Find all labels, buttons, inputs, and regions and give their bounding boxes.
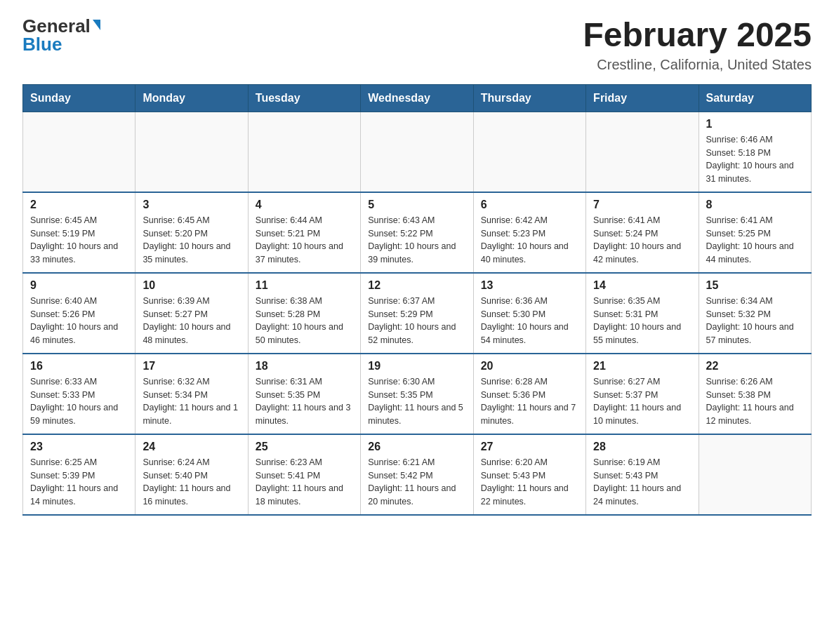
day-info: Sunrise: 6:34 AM Sunset: 5:32 PM Dayligh… xyxy=(706,295,804,347)
calendar-day-header: Tuesday xyxy=(248,84,360,112)
day-info: Sunrise: 6:27 AM Sunset: 5:37 PM Dayligh… xyxy=(593,375,691,428)
calendar-cell: 13Sunrise: 6:36 AM Sunset: 5:30 PM Dayli… xyxy=(473,273,585,354)
calendar-cell: 24Sunrise: 6:24 AM Sunset: 5:40 PM Dayli… xyxy=(135,434,248,515)
day-info: Sunrise: 6:26 AM Sunset: 5:38 PM Dayligh… xyxy=(706,375,804,428)
calendar-cell: 2Sunrise: 6:45 AM Sunset: 5:19 PM Daylig… xyxy=(23,192,135,273)
logo-triangle-icon xyxy=(93,20,100,30)
day-number: 21 xyxy=(593,360,691,373)
title-block: February 2025 Crestline, California, Uni… xyxy=(583,17,812,73)
day-number: 13 xyxy=(481,279,578,292)
calendar-cell: 1Sunrise: 6:46 AM Sunset: 5:18 PM Daylig… xyxy=(699,112,811,192)
calendar-cell: 19Sunrise: 6:30 AM Sunset: 5:35 PM Dayli… xyxy=(361,354,473,434)
calendar-cell xyxy=(473,112,585,192)
calendar-week-row: 16Sunrise: 6:33 AM Sunset: 5:33 PM Dayli… xyxy=(23,354,812,434)
calendar-cell: 6Sunrise: 6:42 AM Sunset: 5:23 PM Daylig… xyxy=(473,192,585,273)
calendar-cell: 17Sunrise: 6:32 AM Sunset: 5:34 PM Dayli… xyxy=(135,354,248,434)
calendar-cell: 11Sunrise: 6:38 AM Sunset: 5:28 PM Dayli… xyxy=(248,273,360,354)
calendar-cell xyxy=(248,112,360,192)
day-number: 9 xyxy=(30,279,128,292)
calendar-header-row: SundayMondayTuesdayWednesdayThursdayFrid… xyxy=(23,84,812,112)
day-number: 8 xyxy=(706,199,804,211)
calendar-cell xyxy=(361,112,473,192)
day-info: Sunrise: 6:40 AM Sunset: 5:26 PM Dayligh… xyxy=(30,295,128,347)
day-number: 14 xyxy=(593,279,691,292)
calendar-cell: 4Sunrise: 6:44 AM Sunset: 5:21 PM Daylig… xyxy=(248,192,360,273)
calendar-day-header: Monday xyxy=(135,84,248,112)
day-number: 12 xyxy=(368,279,465,292)
day-info: Sunrise: 6:45 AM Sunset: 5:19 PM Dayligh… xyxy=(30,214,128,267)
calendar-day-header: Thursday xyxy=(473,84,585,112)
day-number: 22 xyxy=(706,360,804,373)
day-info: Sunrise: 6:44 AM Sunset: 5:21 PM Dayligh… xyxy=(256,214,353,267)
calendar-cell: 28Sunrise: 6:19 AM Sunset: 5:43 PM Dayli… xyxy=(586,434,699,515)
day-info: Sunrise: 6:28 AM Sunset: 5:36 PM Dayligh… xyxy=(481,375,578,428)
day-info: Sunrise: 6:41 AM Sunset: 5:24 PM Dayligh… xyxy=(593,214,691,267)
calendar-cell: 3Sunrise: 6:45 AM Sunset: 5:20 PM Daylig… xyxy=(135,192,248,273)
day-info: Sunrise: 6:37 AM Sunset: 5:29 PM Dayligh… xyxy=(368,295,465,347)
day-number: 17 xyxy=(143,360,240,373)
day-info: Sunrise: 6:21 AM Sunset: 5:42 PM Dayligh… xyxy=(368,456,465,509)
day-number: 24 xyxy=(143,441,240,453)
day-info: Sunrise: 6:33 AM Sunset: 5:33 PM Dayligh… xyxy=(30,375,128,428)
calendar-cell: 15Sunrise: 6:34 AM Sunset: 5:32 PM Dayli… xyxy=(699,273,811,354)
day-info: Sunrise: 6:32 AM Sunset: 5:34 PM Dayligh… xyxy=(143,375,240,428)
calendar-week-row: 1Sunrise: 6:46 AM Sunset: 5:18 PM Daylig… xyxy=(23,112,812,192)
calendar-cell xyxy=(699,434,811,515)
day-info: Sunrise: 6:20 AM Sunset: 5:43 PM Dayligh… xyxy=(481,456,578,509)
logo-general: General xyxy=(22,17,91,35)
calendar-cell: 20Sunrise: 6:28 AM Sunset: 5:36 PM Dayli… xyxy=(473,354,585,434)
day-number: 18 xyxy=(256,360,353,373)
calendar-day-header: Wednesday xyxy=(361,84,473,112)
calendar-cell: 5Sunrise: 6:43 AM Sunset: 5:22 PM Daylig… xyxy=(361,192,473,273)
calendar-header: SundayMondayTuesdayWednesdayThursdayFrid… xyxy=(23,84,812,112)
calendar-week-row: 23Sunrise: 6:25 AM Sunset: 5:39 PM Dayli… xyxy=(23,434,812,515)
calendar-day-header: Sunday xyxy=(23,84,135,112)
calendar-cell: 10Sunrise: 6:39 AM Sunset: 5:27 PM Dayli… xyxy=(135,273,248,354)
calendar-week-row: 9Sunrise: 6:40 AM Sunset: 5:26 PM Daylig… xyxy=(23,273,812,354)
calendar-cell xyxy=(23,112,135,192)
day-info: Sunrise: 6:35 AM Sunset: 5:31 PM Dayligh… xyxy=(593,295,691,347)
day-info: Sunrise: 6:46 AM Sunset: 5:18 PM Dayligh… xyxy=(706,133,804,186)
day-number: 7 xyxy=(593,199,691,211)
calendar-cell: 8Sunrise: 6:41 AM Sunset: 5:25 PM Daylig… xyxy=(699,192,811,273)
calendar-cell: 7Sunrise: 6:41 AM Sunset: 5:24 PM Daylig… xyxy=(586,192,699,273)
page-subtitle: Crestline, California, United States xyxy=(583,57,812,73)
day-number: 16 xyxy=(30,360,128,373)
calendar-table: SundayMondayTuesdayWednesdayThursdayFrid… xyxy=(22,84,812,516)
day-number: 5 xyxy=(368,199,465,211)
day-number: 10 xyxy=(143,279,240,292)
calendar-body: 1Sunrise: 6:46 AM Sunset: 5:18 PM Daylig… xyxy=(23,112,812,515)
day-number: 4 xyxy=(256,199,353,211)
calendar-cell: 14Sunrise: 6:35 AM Sunset: 5:31 PM Dayli… xyxy=(586,273,699,354)
day-info: Sunrise: 6:42 AM Sunset: 5:23 PM Dayligh… xyxy=(481,214,578,267)
calendar-week-row: 2Sunrise: 6:45 AM Sunset: 5:19 PM Daylig… xyxy=(23,192,812,273)
day-info: Sunrise: 6:43 AM Sunset: 5:22 PM Dayligh… xyxy=(368,214,465,267)
day-info: Sunrise: 6:38 AM Sunset: 5:28 PM Dayligh… xyxy=(256,295,353,347)
day-info: Sunrise: 6:30 AM Sunset: 5:35 PM Dayligh… xyxy=(368,375,465,428)
day-info: Sunrise: 6:31 AM Sunset: 5:35 PM Dayligh… xyxy=(256,375,353,428)
day-number: 26 xyxy=(368,441,465,453)
day-number: 23 xyxy=(30,441,128,453)
logo-blue: Blue xyxy=(22,35,62,53)
day-number: 28 xyxy=(593,441,691,453)
calendar-cell xyxy=(586,112,699,192)
day-info: Sunrise: 6:25 AM Sunset: 5:39 PM Dayligh… xyxy=(30,456,128,509)
day-number: 2 xyxy=(30,199,128,211)
day-number: 11 xyxy=(256,279,353,292)
day-info: Sunrise: 6:24 AM Sunset: 5:40 PM Dayligh… xyxy=(143,456,240,509)
day-info: Sunrise: 6:45 AM Sunset: 5:20 PM Dayligh… xyxy=(143,214,240,267)
day-info: Sunrise: 6:41 AM Sunset: 5:25 PM Dayligh… xyxy=(706,214,804,267)
logo: General Blue xyxy=(22,17,100,53)
calendar-day-header: Saturday xyxy=(699,84,811,112)
calendar-cell: 22Sunrise: 6:26 AM Sunset: 5:38 PM Dayli… xyxy=(699,354,811,434)
day-number: 27 xyxy=(481,441,578,453)
calendar-cell: 25Sunrise: 6:23 AM Sunset: 5:41 PM Dayli… xyxy=(248,434,360,515)
day-info: Sunrise: 6:36 AM Sunset: 5:30 PM Dayligh… xyxy=(481,295,578,347)
page-title: February 2025 xyxy=(583,17,812,54)
day-number: 15 xyxy=(706,279,804,292)
day-info: Sunrise: 6:39 AM Sunset: 5:27 PM Dayligh… xyxy=(143,295,240,347)
day-info: Sunrise: 6:19 AM Sunset: 5:43 PM Dayligh… xyxy=(593,456,691,509)
day-number: 3 xyxy=(143,199,240,211)
day-info: Sunrise: 6:23 AM Sunset: 5:41 PM Dayligh… xyxy=(256,456,353,509)
calendar-cell: 18Sunrise: 6:31 AM Sunset: 5:35 PM Dayli… xyxy=(248,354,360,434)
